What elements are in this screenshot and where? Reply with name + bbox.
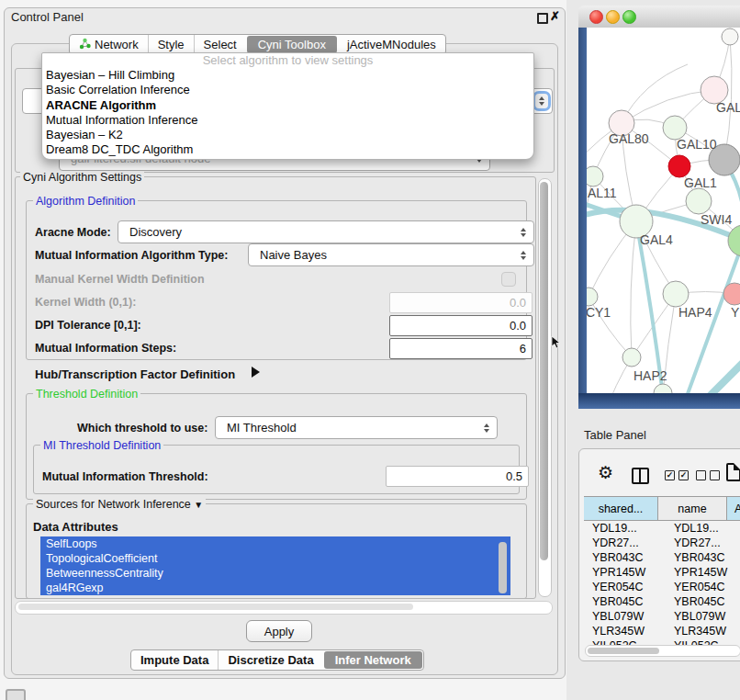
settings-horizontal-scrollbar[interactable]: [15, 601, 553, 615]
column-header-shared[interactable]: shared...: [584, 497, 658, 520]
tab-label: Infer Network: [335, 653, 411, 667]
combo-stepper-icon[interactable]: [535, 94, 548, 108]
data-attributes-list: SelfLoopsTopologicalCoefficientBetweenne…: [40, 536, 510, 595]
tab-cyni-toolbox[interactable]: Cyni Toolbox: [247, 36, 337, 53]
network-edge-highlighted[interactable]: [706, 349, 740, 393]
new-table-icon[interactable]: [726, 463, 740, 481]
tab-style[interactable]: Style: [148, 35, 194, 54]
sources-group-title: Sources for Network Inference ▼: [33, 498, 206, 511]
aracne-mode-combo[interactable]: Discovery: [118, 220, 534, 243]
algorithm-option-bayesian-k2[interactable]: Bayesian – K2: [42, 128, 533, 142]
tab-network[interactable]: Network: [70, 35, 148, 54]
node-label: GAL11: [587, 186, 617, 200]
tab-select[interactable]: Select: [194, 35, 246, 54]
column-header-a[interactable]: A: [727, 497, 740, 520]
expand-arrow-icon[interactable]: [252, 367, 260, 378]
gear-icon[interactable]: ⚙: [598, 464, 613, 482]
node-label: GAL10: [677, 137, 717, 152]
scrollbar-thumb[interactable]: [540, 182, 548, 560]
deselect-all-checkboxes-icon[interactable]: [696, 470, 720, 480]
settings-group-title: Cyni Algorithm Settings: [20, 171, 144, 184]
attribute-item-betweennesscentrality[interactable]: BetweennessCentrality: [40, 566, 510, 581]
kernel-width-field[interactable]: 0.0: [389, 292, 533, 313]
scrollbar-thumb[interactable]: [18, 604, 413, 610]
network-node[interactable]: [722, 28, 738, 45]
table-row[interactable]: YPR145WYPR145W9.: [584, 565, 740, 580]
network-node[interactable]: [654, 384, 672, 393]
attribute-item-selfloops[interactable]: SelfLoops: [40, 536, 510, 551]
manual-kernel-checkbox[interactable]: [501, 272, 516, 287]
network-node[interactable]: [663, 281, 689, 307]
mi-threshold-value: 0.5: [506, 469, 522, 483]
attribute-item-topologicalcoefficient[interactable]: TopologicalCoefficient: [40, 551, 510, 566]
tab-jactivemnodules[interactable]: jActiveMNodules: [338, 35, 445, 54]
tab-impute-data[interactable]: Impute Data: [131, 650, 218, 670]
maximize-window-icon[interactable]: [622, 10, 636, 24]
table-cell: YBR043C: [666, 550, 740, 565]
table-row[interactable]: YDR27...YDR27...12: [584, 536, 740, 550]
table-cell: YDR27...: [584, 536, 666, 550]
table-row[interactable]: YBR045CYBR045C9.: [584, 594, 740, 609]
node-label: SWI4: [701, 212, 732, 227]
table-horizontal-scrollbar[interactable]: [585, 645, 740, 657]
network-node[interactable]: [587, 166, 603, 186]
network-node[interactable]: [686, 188, 712, 214]
algorithm-option-dream8-dc-tdc-algorithm[interactable]: Dream8 DC_TDC Algorithm: [42, 142, 533, 157]
which-threshold-combo[interactable]: MI Threshold: [215, 416, 498, 439]
apply-button[interactable]: Apply: [246, 620, 312, 642]
network-node[interactable]: [668, 155, 690, 177]
table-cell: YDL19...: [666, 521, 740, 536]
which-threshold-label: Which threshold to use:: [77, 422, 207, 435]
table-cell: YPR145W: [584, 565, 666, 580]
table-row[interactable]: YBR043CYBR043C: [584, 550, 740, 565]
tab-discretize-data[interactable]: Discretize Data: [218, 650, 322, 670]
network-window-titlebar[interactable]: [578, 6, 740, 28]
attribute-item-gal4rgexp[interactable]: gal4RGexp: [40, 581, 510, 595]
network-node[interactable]: [728, 225, 740, 256]
tab-label: Cyni Toolbox: [258, 38, 326, 51]
mi-threshold-field[interactable]: 0.5: [386, 466, 529, 487]
list-scrollbar-thumb[interactable]: [499, 542, 507, 593]
columns-icon[interactable]: [632, 468, 649, 484]
tab-infer-network[interactable]: Infer Network: [324, 651, 422, 669]
network-edge-highlighted[interactable]: [636, 221, 663, 393]
minimize-window-icon[interactable]: [606, 10, 620, 24]
table-cell: YER054C: [666, 580, 740, 594]
node-label: GAL4: [640, 232, 673, 247]
settings-vertical-scrollbar[interactable]: [538, 178, 552, 597]
scrollbar-thumb[interactable]: [588, 648, 659, 654]
network-edge[interactable]: [631, 221, 636, 357]
close-window-icon[interactable]: [589, 10, 603, 24]
algorithm-option-basic-correlation-inference[interactable]: Basic Correlation Inference: [42, 83, 533, 97]
mi-type-combo[interactable]: Naive Bayes: [248, 243, 534, 266]
network-view-canvas[interactable]: GALGAL80GAL10GAL1GAL11SWI4GAL4GCY1HAP4YH…: [587, 28, 740, 393]
network-node[interactable]: [622, 348, 641, 367]
select-all-checkboxes-icon[interactable]: ✓ ✓: [665, 470, 689, 480]
table-row[interactable]: YER054CYER054C8.: [584, 580, 740, 594]
bottom-tab-bar: Impute DataDiscretize DataInfer Network: [130, 649, 424, 671]
mi-threshold-label: Mutual Information Threshold:: [42, 470, 208, 483]
minimized-panel-icon[interactable]: [6, 689, 26, 700]
combo-stepper-icon[interactable]: [517, 225, 530, 240]
combo-stepper-icon[interactable]: [480, 421, 493, 435]
combo-stepper-icon[interactable]: [517, 248, 530, 263]
collapse-arrow-icon[interactable]: ▼: [194, 500, 203, 510]
network-node[interactable]: [587, 288, 598, 306]
mi-steps-field[interactable]: 6: [389, 338, 533, 359]
mi-type-value: Naive Bayes: [260, 248, 327, 262]
column-header-name[interactable]: name: [658, 497, 727, 520]
algorithm-definition-title: Algorithm Definition: [33, 195, 138, 208]
algorithm-option-bayesian-hill-climbing[interactable]: Bayesian – Hill Climbing: [42, 68, 533, 83]
network-window-frame-bottom: [578, 393, 740, 409]
algorithm-option-aracne-algorithm[interactable]: ARACNE Algorithm: [42, 98, 533, 113]
table-row[interactable]: YLR345WYLR345W9.: [584, 624, 740, 638]
mi-steps-label: Mutual Information Steps:: [35, 342, 176, 355]
mi-steps-value: 6: [520, 342, 526, 356]
table-row[interactable]: YDL19...YDL19...13: [584, 521, 740, 536]
table-row[interactable]: YBL079WYBL079W: [584, 609, 740, 624]
dpi-tolerance-field[interactable]: 0.0: [389, 315, 533, 336]
float-window-icon[interactable]: [537, 13, 548, 24]
table-cell: YBL079W: [666, 609, 740, 624]
close-panel-icon[interactable]: ✗: [550, 9, 560, 23]
algorithm-option-mutual-information-inference[interactable]: Mutual Information Inference: [42, 113, 533, 128]
